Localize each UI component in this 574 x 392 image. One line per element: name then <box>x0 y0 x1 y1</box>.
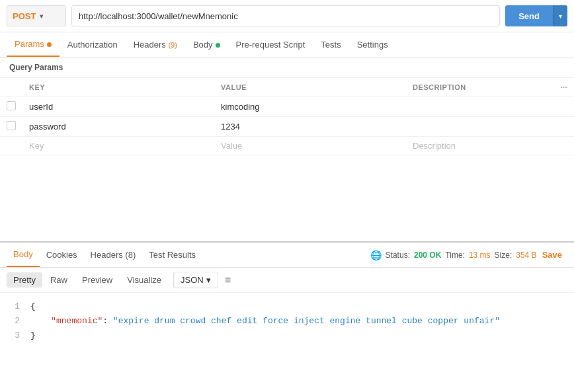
row-checkbox-1[interactable] <box>7 121 16 130</box>
params-table: KEY VALUE DESCRIPTION ··· userId kimcodi… <box>0 78 574 155</box>
status-value: 200 OK <box>414 251 441 260</box>
tab-prerequest[interactable]: Pre-request Script <box>228 33 313 56</box>
size-value: 354 B <box>516 251 536 260</box>
line-num-2: 2 <box>9 314 20 329</box>
fmt-tab-raw[interactable]: Raw <box>44 272 74 288</box>
tab-authorization[interactable]: Authorization <box>60 33 126 56</box>
response-tab-cookies[interactable]: Cookies <box>40 243 84 266</box>
format-bar: Pretty Raw Preview Visualize JSON ▾ ≡ <box>0 268 574 293</box>
more-icon[interactable]: ··· <box>560 83 567 91</box>
row-key-1[interactable]: password <box>22 117 214 137</box>
tab-tests[interactable]: Tests <box>313 33 348 56</box>
method-chevron: ▾ <box>40 13 60 20</box>
json-close-brace: } <box>30 329 36 343</box>
send-button[interactable]: Send <box>505 5 553 26</box>
bottom-panel: Body Cookies Headers (8) Test Results 🌐 … <box>0 243 574 392</box>
json-open-brace: { <box>30 299 36 314</box>
tab-settings[interactable]: Settings <box>349 33 396 56</box>
placeholder-value[interactable]: Value <box>214 137 406 155</box>
query-params-label: Query Params <box>0 58 574 78</box>
params-dot <box>47 42 52 47</box>
table-row: userId kimcoding <box>0 97 574 117</box>
format-type-dropdown[interactable]: JSON ▾ <box>173 272 218 288</box>
json-value-mnemonic: "expire drum crowd chef edit force injec… <box>113 316 500 326</box>
col-desc-header: DESCRIPTION <box>406 78 554 97</box>
send-arrow-button[interactable]: ▾ <box>553 5 567 26</box>
format-type-label: JSON <box>181 275 204 285</box>
wrap-icon[interactable]: ≡ <box>225 274 231 286</box>
method-select[interactable]: POST ▾ <box>7 5 66 26</box>
line-num-3: 3 <box>9 329 20 343</box>
row-key-0[interactable]: userId <box>22 97 214 117</box>
json-output: 1 { 2 "mnemonic": "expire drum crowd che… <box>0 293 574 392</box>
upper-panel: Query Params KEY VALUE DESCRIPTION ··· u… <box>0 58 574 243</box>
top-bar: POST ▾ Send ▾ <box>0 0 574 32</box>
placeholder-desc[interactable]: Description <box>406 137 554 155</box>
globe-icon: 🌐 <box>370 250 382 260</box>
url-input[interactable] <box>71 5 500 26</box>
row-value-1[interactable]: 1234 <box>214 117 406 137</box>
col-value-header: VALUE <box>214 78 406 97</box>
json-key-mnemonic: "mnemonic" <box>51 316 102 326</box>
body-dot <box>216 43 220 48</box>
fmt-tab-pretty[interactable]: Pretty <box>7 272 42 288</box>
row-desc-0[interactable] <box>406 97 554 117</box>
col-key-header: KEY <box>22 78 214 97</box>
json-line-3: 3 } <box>9 329 565 343</box>
row-value-0[interactable]: kimcoding <box>214 97 406 117</box>
save-button[interactable]: Save <box>537 250 567 260</box>
fmt-tab-visualize[interactable]: Visualize <box>120 272 168 288</box>
row-checkbox-0[interactable] <box>7 101 16 110</box>
time-value: 13 ms <box>469 251 491 260</box>
table-row-placeholder: Key Value Description <box>0 137 574 155</box>
placeholder-key[interactable]: Key <box>22 137 214 155</box>
fmt-tab-preview[interactable]: Preview <box>75 272 119 288</box>
size-label: Size: <box>495 251 512 260</box>
tab-headers[interactable]: Headers (9) <box>126 33 185 56</box>
line-num-1: 1 <box>9 299 20 314</box>
time-label: Time: <box>445 251 465 260</box>
status-area: 🌐 Status: 200 OK Time: 13 ms Size: 354 B <box>370 250 537 260</box>
table-row: password 1234 <box>0 117 574 137</box>
col-check-header <box>0 78 22 97</box>
tab-params[interactable]: Params <box>7 32 60 57</box>
response-tabs: Body Cookies Headers (8) Test Results 🌐 … <box>0 243 574 268</box>
format-type-chevron: ▾ <box>206 275 211 285</box>
response-tab-body[interactable]: Body <box>7 243 40 267</box>
request-tabs: Params Authorization Headers (9) Body Pr… <box>0 32 574 58</box>
row-desc-1[interactable] <box>406 117 554 137</box>
tab-body[interactable]: Body <box>185 33 228 56</box>
json-line-2: 2 "mnemonic": "expire drum crowd chef ed… <box>9 314 565 329</box>
response-tab-test-results[interactable]: Test Results <box>142 243 202 266</box>
col-more-header: ··· <box>554 78 574 97</box>
response-tab-headers[interactable]: Headers (8) <box>84 243 143 266</box>
send-btn-group: Send ▾ <box>505 5 567 26</box>
json-line-1: 1 { <box>9 299 565 314</box>
method-value: POST <box>13 11 36 21</box>
status-label: Status: <box>386 251 410 260</box>
